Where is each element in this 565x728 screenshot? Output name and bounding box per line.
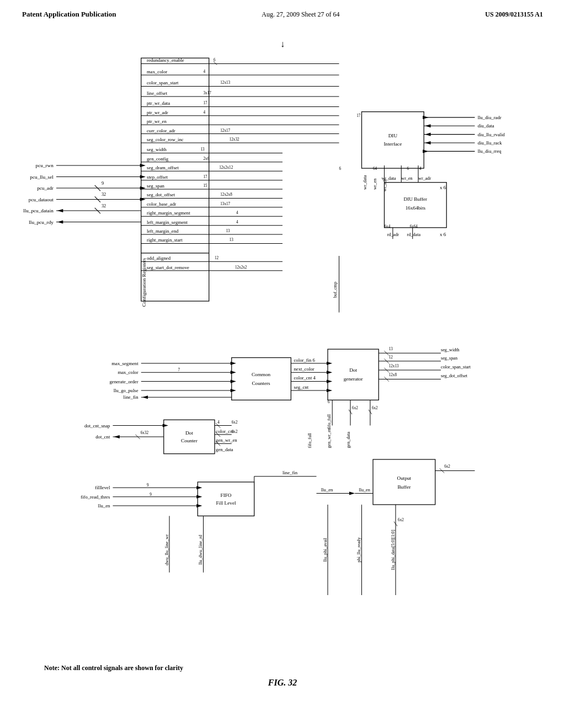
svg-text:fifo_full: fifo_full (307, 432, 312, 448)
svg-text:32: 32 (102, 192, 106, 197)
svg-text:pcu_adr: pcu_adr (37, 185, 54, 191)
svg-text:6x64: 6x64 (410, 224, 418, 229)
svg-text:dot_cnt: dot_cnt (95, 434, 110, 440)
svg-text:seg_color_row_inc: seg_color_row_inc (147, 137, 184, 142)
svg-text:gen_wr_en: gen_wr_en (327, 428, 332, 448)
svg-text:fifo_full: fifo_full (327, 414, 332, 429)
svg-text:wr_data: wr_data (363, 175, 367, 190)
svg-text:12x2x8: 12x2x8 (220, 192, 232, 197)
svg-marker-233 (196, 504, 202, 507)
svg-text:dot_cnt_snap: dot_cnt_snap (84, 423, 110, 429)
svg-text:9: 9 (150, 493, 152, 497)
svg-text:12x8: 12x8 (389, 373, 397, 377)
svg-text:Fill Level: Fill Level (216, 500, 236, 506)
svg-text:seg_width: seg_width (441, 347, 460, 352)
svg-marker-104 (425, 133, 430, 136)
svg-text:step_offset: step_offset (147, 174, 168, 180)
svg-text:max_color: max_color (118, 370, 138, 375)
svg-text:9: 9 (102, 181, 104, 186)
svg-text:12: 12 (215, 256, 219, 260)
svg-marker-150 (231, 389, 236, 392)
svg-text:seg_width: seg_width (147, 147, 167, 152)
svg-text:max_color: max_color (147, 69, 167, 74)
svg-text:gen_data: gen_data (346, 432, 351, 448)
svg-text:7: 7 (178, 368, 180, 372)
svg-marker-97 (423, 116, 428, 119)
svg-text:ptr_wr_adr: ptr_wr_adr (147, 110, 168, 115)
svg-rect-166 (328, 349, 379, 400)
svg-text:Output: Output (397, 475, 412, 481)
svg-marker-239 (349, 491, 355, 495)
svg-text:gen_data: gen_data (216, 447, 233, 452)
svg-marker-147 (231, 379, 236, 383)
svg-text:seg_start_dot_remove: seg_start_dot_remove (147, 265, 189, 270)
svg-text:Counters: Counters (252, 381, 270, 386)
svg-text:12x2x2: 12x2x2 (235, 265, 247, 270)
svg-text:llu_dwu_line_rd: llu_dwu_line_rd (198, 535, 203, 565)
svg-text:ptr_wr_en: ptr_wr_en (147, 119, 167, 124)
svg-marker-144 (231, 371, 236, 374)
svg-text:12: 12 (389, 355, 393, 360)
svg-text:color_cnt 4: color_cnt 4 (294, 375, 316, 381)
bottom-section: Note: Not all control signals are shown … (0, 664, 565, 688)
svg-marker-110 (423, 149, 428, 153)
svg-text:left_margin_end: left_margin_end (147, 228, 179, 234)
svg-text:line_fin: line_fin (124, 394, 139, 400)
svg-text:diu_data: diu_data (478, 123, 494, 129)
svg-text:diu_llu_rvalid: diu_llu_rvalid (478, 132, 505, 137)
svg-marker-202 (163, 424, 168, 427)
svg-marker-3 (140, 164, 146, 167)
svg-text:filllevel: filllevel (95, 485, 110, 490)
svg-text:generator: generator (344, 376, 363, 382)
svg-marker-21 (57, 209, 63, 212)
svg-text:12x13: 12x13 (220, 81, 230, 85)
svg-text:pcu_llu_sel: pcu_llu_sel (30, 174, 54, 180)
svg-marker-207 (114, 435, 120, 438)
svg-text:13: 13 (389, 347, 393, 351)
svg-text:wr_en: wr_en (401, 176, 412, 181)
svg-text:x 6: x 6 (440, 185, 446, 190)
svg-text:64: 64 (373, 167, 377, 171)
svg-marker-153 (142, 395, 148, 399)
svg-text:Dot: Dot (185, 430, 193, 436)
diagram-area: ↓ Configuration Registers pcu_rwn pcu_ll… (0, 24, 565, 659)
svg-text:right_margin_start: right_margin_start (147, 237, 183, 243)
svg-text:line_offset: line_offset (147, 90, 168, 96)
svg-text:6x4: 6x4 (385, 224, 391, 229)
svg-text:ptr_wr_data: ptr_wr_data (147, 100, 170, 106)
svg-text:wr_adr: wr_adr (418, 176, 431, 181)
top-arrow: ↓ (280, 39, 285, 49)
svg-text:4: 4 (236, 211, 238, 215)
header-center: Aug. 27, 2009 Sheet 27 of 64 (262, 10, 339, 19)
svg-marker-6 (140, 175, 146, 178)
svg-text:12x32: 12x32 (230, 137, 239, 142)
svg-text:12x17: 12x17 (220, 129, 230, 133)
svg-text:gen_config: gen_config (147, 156, 169, 162)
svg-text:phi_llu_ready: phi_llu_ready (356, 537, 361, 562)
svg-text:Common: Common (252, 372, 271, 377)
svg-text:wr_data: wr_data (381, 176, 396, 181)
svg-text:llu_diu_rreq: llu_diu_rreq (478, 148, 502, 154)
svg-rect-197 (164, 420, 215, 454)
svg-text:2x6: 2x6 (204, 157, 210, 161)
svg-text:line_fin: line_fin (282, 470, 298, 475)
svg-marker-230 (196, 495, 202, 499)
svg-text:gen_wr_en: gen_wr_en (216, 437, 237, 443)
svg-text:12x13: 12x13 (389, 364, 399, 368)
svg-text:13: 13 (230, 238, 234, 242)
page-header: Patent Application Publication Aug. 27, … (0, 0, 565, 24)
svg-text:llu_phi_data[5:0][1:0]: llu_phi_data[5:0][1:0] (391, 529, 396, 570)
svg-text:Counter: Counter (181, 438, 198, 443)
svg-text:wr_en: wr_en (372, 179, 377, 190)
svg-text:6x2: 6x2 (232, 420, 238, 425)
config-reg-label: Configuration Registers (141, 258, 147, 307)
svg-rect-240 (373, 459, 435, 505)
svg-text:llu_diu_radr: llu_diu_radr (478, 115, 502, 120)
svg-text:4: 4 (204, 110, 206, 115)
svg-text:color_fin 6: color_fin 6 (294, 357, 316, 363)
svg-text:fifo_read_thres: fifo_read_thres (81, 494, 110, 500)
svg-text:4: 4 (236, 220, 238, 224)
svg-text:15: 15 (204, 184, 208, 188)
svg-text:seg_cnt: seg_cnt (294, 384, 309, 390)
svg-text:next_color: next_color (294, 366, 315, 372)
